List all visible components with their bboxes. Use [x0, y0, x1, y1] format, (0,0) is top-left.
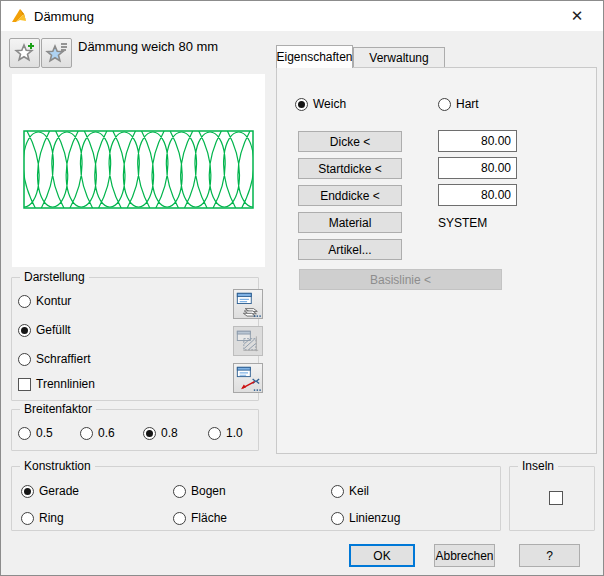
- radio-hart[interactable]: Hart: [438, 97, 479, 111]
- star-plus-icon: [13, 41, 37, 65]
- ok-button[interactable]: OK: [349, 544, 415, 567]
- hatch-surface-icon: [235, 328, 261, 354]
- radio-weich-label: Weich: [313, 97, 346, 111]
- material-value: SYSTEM: [438, 212, 487, 233]
- checkbox-trennlinien[interactable]: Trennlinien: [18, 377, 95, 391]
- radio-keil-label: Keil: [349, 484, 369, 498]
- format-properties-button[interactable]: [233, 289, 263, 319]
- radio-gefuellt-label: Gefüllt: [36, 323, 71, 337]
- radio-bogen-label: Bogen: [191, 484, 226, 498]
- startdicke-input[interactable]: [438, 157, 517, 179]
- dialog-window: Dämmung ✕ Dämmung weich 80 mm Darstellun…: [0, 0, 604, 576]
- radio-circle: [331, 512, 344, 525]
- dicke-button[interactable]: Dicke <: [298, 131, 402, 152]
- radio-10[interactable]: 1.0: [208, 426, 243, 440]
- radio-circle: [21, 512, 34, 525]
- radio-bogen[interactable]: Bogen: [173, 484, 226, 498]
- radio-kontur-label: Kontur: [36, 294, 71, 308]
- surface-style-button-disabled: [233, 326, 263, 356]
- radio-circle: [438, 98, 451, 111]
- enddicke-input[interactable]: [438, 184, 517, 206]
- darstellung-group-label: Darstellung: [20, 270, 89, 284]
- radio-flaeche[interactable]: Fläche: [173, 511, 227, 525]
- radio-10-label: 1.0: [226, 426, 243, 440]
- enddicke-button[interactable]: Enddicke <: [298, 185, 402, 206]
- radio-06[interactable]: 0.6: [80, 426, 115, 440]
- radio-circle: [18, 353, 31, 366]
- radio-flaeche-label: Fläche: [191, 511, 227, 525]
- radio-linienzug-label: Linienzug: [349, 511, 400, 525]
- format-transfer-button[interactable]: [233, 363, 263, 393]
- favorite-save-button[interactable]: [9, 38, 40, 68]
- title-bar: Dämmung ✕: [1, 1, 603, 31]
- konstruktion-group: Konstruktion: [11, 466, 501, 531]
- startdicke-button[interactable]: Startdicke <: [298, 158, 402, 179]
- breitenfaktor-group-label: Breitenfaktor: [20, 402, 96, 416]
- basislinie-button: Basislinie <: [299, 269, 502, 290]
- radio-circle: [208, 427, 221, 440]
- artikel-button[interactable]: Artikel...: [298, 239, 402, 260]
- help-button[interactable]: ?: [519, 544, 580, 567]
- radio-08-label: 0.8: [161, 426, 178, 440]
- radio-circle: [331, 485, 344, 498]
- star-list-icon: [45, 41, 69, 65]
- radio-gefuellt[interactable]: Gefüllt: [18, 323, 71, 337]
- radio-ring[interactable]: Ring: [21, 511, 64, 525]
- radio-05[interactable]: 0.5: [18, 426, 53, 440]
- radio-circle: [18, 324, 31, 337]
- pen-surface-icon: [235, 291, 261, 317]
- tab-eigenschaften[interactable]: Eigenschaften: [276, 45, 353, 68]
- inseln-checkbox[interactable]: [549, 491, 563, 505]
- close-button[interactable]: ✕: [557, 1, 597, 31]
- konstruktion-group-label: Konstruktion: [20, 459, 95, 473]
- radio-06-label: 0.6: [98, 426, 115, 440]
- checkbox-trennlinien-label: Trennlinien: [36, 377, 95, 391]
- radio-circle: [18, 427, 31, 440]
- format-arrow-icon: [235, 365, 261, 391]
- insulation-pattern: [12, 74, 265, 267]
- window-title: Dämmung: [34, 9, 94, 24]
- radio-circle: [143, 427, 156, 440]
- radio-linienzug[interactable]: Linienzug: [331, 511, 400, 525]
- radio-kontur[interactable]: Kontur: [18, 294, 71, 308]
- radio-08[interactable]: 0.8: [143, 426, 178, 440]
- tab-panel-eigenschaften: [276, 67, 597, 454]
- radio-circle: [295, 98, 308, 111]
- radio-hart-label: Hart: [456, 97, 479, 111]
- insulation-preview: [12, 74, 265, 267]
- inseln-group-label: Inseln: [518, 459, 558, 473]
- favorite-load-button[interactable]: [41, 38, 72, 68]
- radio-gerade[interactable]: Gerade: [21, 484, 79, 498]
- cancel-button[interactable]: Abbrechen: [434, 544, 495, 567]
- radio-circle: [173, 485, 186, 498]
- app-logo-icon: [11, 8, 27, 24]
- tab-verwaltung[interactable]: Verwaltung: [353, 47, 445, 68]
- radio-circle: [80, 427, 93, 440]
- checkbox-box: [18, 378, 31, 391]
- radio-schraffiert[interactable]: Schraffiert: [18, 352, 90, 366]
- radio-ring-label: Ring: [39, 511, 64, 525]
- radio-circle: [18, 295, 31, 308]
- dicke-input[interactable]: [438, 130, 517, 152]
- tab-eigenschaften-label: Eigenschaften: [276, 50, 352, 64]
- radio-schraffiert-label: Schraffiert: [36, 352, 90, 366]
- radio-circle: [21, 485, 34, 498]
- radio-gerade-label: Gerade: [39, 484, 79, 498]
- favorite-name-label: Dämmung weich 80 mm: [78, 38, 218, 56]
- radio-05-label: 0.5: [36, 426, 53, 440]
- radio-keil[interactable]: Keil: [331, 484, 369, 498]
- radio-weich[interactable]: Weich: [295, 97, 346, 111]
- radio-circle: [173, 512, 186, 525]
- material-button[interactable]: Material: [298, 212, 402, 233]
- tab-verwaltung-label: Verwaltung: [369, 51, 428, 65]
